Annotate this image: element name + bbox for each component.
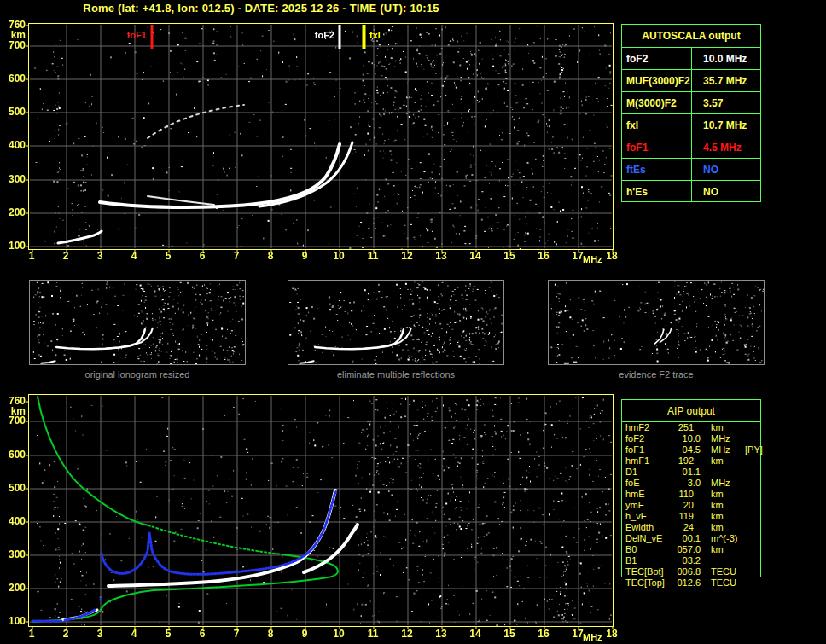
parameter-name: M(3000)F2 [622, 92, 692, 113]
parameter-unit: km [711, 544, 745, 555]
thumbnail-image [288, 281, 503, 364]
x-axis-label: 9 [302, 629, 308, 639]
parameter-name: fxI [622, 114, 692, 136]
y-axis-label: 200 [0, 207, 26, 218]
parameter-unit: km [711, 511, 745, 522]
x-axis-label: 7 [234, 251, 240, 261]
thumbnail-panel: evidence F2 trace [548, 280, 765, 365]
x-axis-label: 14 [469, 251, 480, 261]
spacer [701, 544, 711, 555]
x-axis-label: 18 [606, 629, 617, 639]
spacer [701, 511, 711, 522]
parameter-value: 03.2 [670, 555, 701, 566]
parameter-note: [PY] [745, 444, 763, 455]
aip-row: foE3.0MHz [621, 478, 761, 489]
foF1-marker-line [151, 25, 154, 49]
x-axis-label: 8 [268, 251, 274, 261]
parameter-note [745, 511, 761, 522]
grid-lines [26, 396, 613, 629]
thumbnail-image [549, 281, 764, 364]
y-axis-label: 400 [0, 140, 26, 150]
parameter-note [745, 433, 761, 444]
spacer [701, 522, 711, 533]
aip-row: hmF2251km [621, 422, 761, 433]
synthesized-trace-f [102, 491, 336, 574]
aip-row: TEC[Bot]006.8TECU [621, 566, 761, 577]
parameter-name: foF2 [625, 433, 670, 444]
x-axis-label: 9 [302, 251, 308, 261]
parameter-name: h'Es [622, 181, 692, 202]
f-ordinary-echo-trace [100, 144, 340, 207]
parameter-name: foF1 [625, 444, 670, 455]
aip-table-title: AIP output [622, 400, 760, 422]
thumbnail-panel: eliminate multiple reflections [288, 280, 504, 365]
aip-row: DelN_vE00.1m^(-3) [621, 533, 761, 544]
parameter-unit [711, 555, 745, 566]
aip-row: hmE110km [621, 489, 761, 500]
parameter-name: DelN_vE [625, 533, 670, 544]
y-axis-label: 500 [0, 107, 26, 117]
parameter-value: 00.1 [670, 533, 701, 544]
x-axis-label: 17 [572, 629, 583, 639]
parameter-value: 04.5 [670, 444, 701, 455]
parameter-note [745, 467, 761, 478]
x-axis-label: 4 [131, 629, 137, 639]
parameter-value: 057.0 [670, 544, 701, 555]
parameter-name: ftEs [622, 159, 692, 180]
thumbnail-caption: original ionogram resized [30, 369, 245, 380]
parameter-name: hmE [625, 489, 670, 500]
parameter-unit: km [711, 500, 745, 511]
y-axis-label: 300 [0, 549, 26, 560]
spacer [701, 500, 711, 511]
parameter-value: 251 [670, 422, 701, 433]
aip-row: foF210.0MHz [621, 433, 761, 444]
top-ionogram-traces [29, 24, 613, 249]
autoscala-row: foF14.5 MHz [622, 136, 760, 159]
y-axis-label: 100 [0, 616, 26, 626]
parameter-value: 4.5 MHz [692, 136, 760, 158]
parameter-note [745, 522, 761, 533]
synthesized-foe-asymptote-point [99, 598, 102, 601]
parameter-name: foE [625, 478, 670, 489]
e-layer-echo-trace [58, 231, 102, 243]
parameter-value: 10.0 [670, 433, 701, 444]
parameter-name: B0 [625, 544, 670, 555]
parameter-unit: km [711, 422, 745, 433]
parameter-value: 35.7 MHz [692, 70, 760, 91]
parameter-name: foF1 [622, 136, 692, 158]
parameter-value: 24 [670, 522, 701, 533]
title-bar: Rome (lat: +41.8, lon: 012.5) - DATE: 20… [0, 2, 522, 15]
parameter-value: NO [692, 181, 760, 202]
parameter-note [745, 478, 761, 489]
x-axis-label: 3 [97, 629, 103, 639]
parameter-value: 012.6 [670, 577, 701, 589]
fxI-marker-label: fxI [369, 31, 381, 40]
y-axis-label: 700 [0, 40, 26, 50]
y-axis-unit-label: km [0, 406, 26, 416]
x-axis-label: 11 [368, 629, 379, 639]
parameter-note [745, 577, 761, 589]
parameter-note [745, 422, 761, 433]
autoscala-table-title: AUTOSCALA output [622, 25, 760, 48]
x-axis-label: 12 [401, 251, 412, 261]
parameter-name: Ewidth [625, 522, 670, 533]
x-axis-label: 6 [200, 629, 206, 639]
thumbnail-image [30, 281, 245, 364]
parameter-note [745, 533, 761, 544]
y-axis-label: 600 [0, 450, 26, 460]
echo-traces [58, 105, 352, 243]
profile-topside-trace [38, 397, 148, 525]
aip-row: D101.1 [621, 467, 761, 478]
x-axis-label: 14 [469, 629, 480, 639]
parameter-unit: TECU [711, 577, 745, 589]
spacer [701, 433, 711, 444]
autoscala-row: M(3000)F23.57 [622, 92, 760, 114]
parameter-unit: MHz [711, 478, 745, 489]
x-axis-label: 5 [166, 251, 172, 261]
parameter-unit: km [711, 455, 745, 467]
x-axis-label: 17 [572, 251, 583, 261]
parameter-value: NO [692, 159, 760, 180]
aip-row: ymE20km [621, 500, 761, 511]
parameter-unit: MHz [711, 433, 745, 444]
spacer [701, 566, 711, 577]
